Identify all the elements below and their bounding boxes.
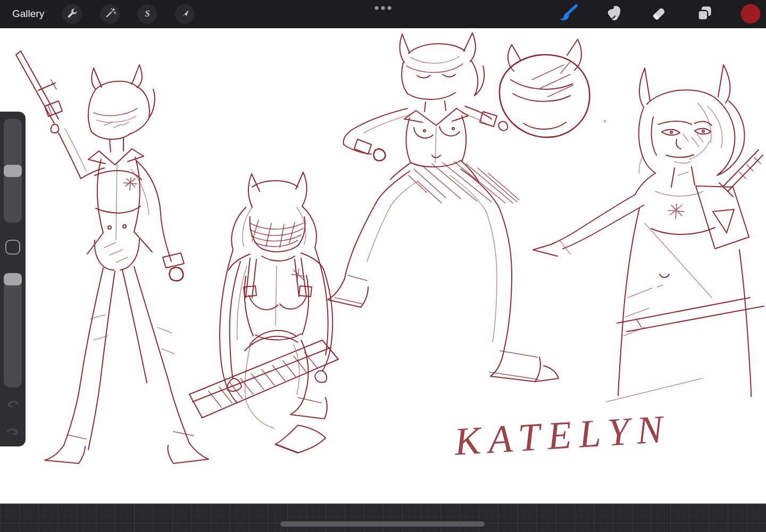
- adjustments-button[interactable]: [100, 4, 120, 24]
- figure-helmet-stance-sketch: [328, 33, 589, 382]
- undo-arrow-icon: [5, 405, 21, 413]
- transform-button[interactable]: [175, 4, 195, 24]
- brush-sidebar: [0, 112, 26, 446]
- horizontal-scrollbar[interactable]: [280, 521, 485, 527]
- magic-wand-icon: [104, 7, 116, 21]
- canvas-options-button[interactable]: [370, 1, 396, 16]
- smudge-finger-icon: [604, 4, 624, 26]
- figure-standing-sword-sketch: [16, 51, 209, 463]
- paintbrush-icon: [557, 3, 579, 26]
- ellipsis-icon: [372, 2, 394, 16]
- paint-tool-button[interactable]: [557, 4, 579, 25]
- brush-size-slider[interactable]: [4, 119, 22, 223]
- layers-button[interactable]: [694, 4, 715, 25]
- svg-text:S: S: [145, 9, 149, 19]
- selection-button[interactable]: S: [137, 4, 157, 24]
- drawing-canvas[interactable]: KATELYN: [0, 28, 766, 503]
- gallery-button[interactable]: Gallery: [12, 8, 44, 20]
- undo-button[interactable]: [4, 395, 21, 412]
- layers-icon: [694, 4, 714, 26]
- procreate-window: Gallery S: [0, 0, 766, 532]
- actions-button[interactable]: [62, 4, 82, 24]
- opacity-slider[interactable]: [4, 273, 22, 387]
- brush-size-handle[interactable]: [4, 165, 22, 177]
- selection-s-icon: S: [141, 7, 154, 21]
- character-name-text: KATELYN: [453, 407, 672, 463]
- figure-crouching-sketch: [189, 172, 338, 453]
- color-swatch-icon: [740, 3, 761, 26]
- redo-button[interactable]: [4, 423, 21, 440]
- character-sketch-artwork: KATELYN: [0, 28, 766, 503]
- canvas-background-strip: [0, 503, 766, 532]
- redo-arrow-icon: [5, 433, 21, 441]
- transform-arrow-icon: [179, 7, 192, 21]
- color-swatch-button[interactable]: [740, 4, 761, 25]
- erase-tool-button[interactable]: [648, 4, 670, 25]
- modify-button[interactable]: [5, 240, 20, 255]
- eraser-icon: [649, 4, 669, 26]
- wrench-icon: [66, 7, 79, 21]
- top-toolbar: Gallery S: [0, 0, 766, 28]
- opacity-handle[interactable]: [4, 273, 22, 285]
- figure-bust-portrait-sketch: [533, 65, 764, 402]
- smudge-tool-button[interactable]: [603, 4, 625, 25]
